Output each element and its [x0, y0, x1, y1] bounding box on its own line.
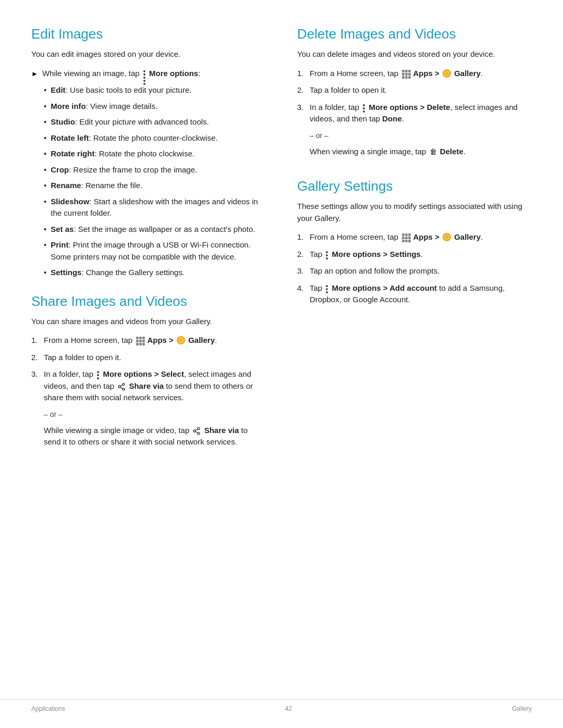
share-images-intro: You can share images and videos from you… — [31, 316, 266, 328]
share-alt-text: While viewing a single image or video, t… — [44, 425, 266, 448]
step-content: In a folder, tap More options > Delete, … — [310, 102, 532, 125]
more-options-icon — [362, 103, 365, 112]
list-item: Crop: Resize the frame to crop the image… — [44, 164, 266, 176]
step-number: 2. — [297, 249, 310, 261]
footer-right: Gallery — [512, 705, 532, 712]
step-content: From a Home screen, tap Apps > — [44, 335, 266, 347]
gallery-settings-section: Gallery Settings These settings allow yo… — [297, 178, 532, 306]
gallery-settings-title: Gallery Settings — [297, 178, 532, 194]
apps-icon — [401, 232, 410, 242]
svg-point-15 — [445, 72, 448, 75]
edit-bullet-list: Edit: Use basic tools to edit your pictu… — [44, 84, 266, 279]
gallery-step-1: 1. From a Home screen, tap Apps > — [297, 231, 532, 243]
or-divider: – or – — [44, 410, 266, 418]
left-column: Edit Images You can edit images stored o… — [31, 26, 266, 448]
list-item: Rename: Rename the file. — [44, 180, 266, 192]
edit-images-title: Edit Images — [31, 26, 266, 42]
share-images-section: Share Images and Videos You can share im… — [31, 293, 266, 448]
step-content: Tap an option and follow the prompts. — [310, 265, 532, 277]
step-number: 1. — [297, 231, 310, 243]
more-options-icon — [325, 250, 328, 258]
delete-images-section: Delete Images and Videos You can delete … — [297, 26, 532, 157]
gallery-icon — [442, 69, 451, 78]
step-number: 1. — [31, 335, 44, 347]
step-content: From a Home screen, tap Apps > — [310, 68, 532, 80]
list-item: Studio: Edit your picture with advanced … — [44, 116, 266, 128]
svg-point-9 — [193, 430, 195, 432]
edit-images-intro: You can edit images stored on your devic… — [31, 48, 266, 60]
step-content: Tap More options > Settings. — [310, 249, 532, 261]
svg-point-10 — [198, 432, 200, 434]
delete-step-1: 1. From a Home screen, tap Apps > — [297, 68, 532, 80]
step-content: Tap a folder to open it. — [310, 84, 532, 96]
more-options-icon — [96, 370, 100, 378]
svg-line-6 — [120, 387, 123, 389]
list-item: More info: View image details. — [44, 101, 266, 113]
step-content: Tap a folder to open it. — [44, 352, 266, 364]
share-step-2: 2. Tap a folder to open it. — [31, 352, 266, 364]
delete-alt-text: When viewing a single image, tap 🗑 Delet… — [310, 146, 532, 158]
step-number: 1. — [297, 68, 310, 80]
delete-steps-list: 1. From a Home screen, tap Apps > — [297, 68, 532, 125]
arrow-item-text: While viewing an image, tap More options… — [42, 68, 200, 80]
delete-images-intro: You can delete images and videos stored … — [297, 48, 532, 60]
delete-step-2: 2. Tap a folder to open it. — [297, 84, 532, 96]
gallery-icon — [442, 232, 451, 242]
list-item: Rotate left: Rotate the photo counter-cl… — [44, 132, 266, 144]
gallery-step-2: 2. Tap More options > Settings. — [297, 249, 532, 261]
footer-left: Applications — [31, 705, 65, 712]
svg-line-11 — [195, 431, 198, 433]
svg-line-7 — [120, 385, 123, 386]
apps-icon — [135, 336, 144, 345]
svg-point-5 — [123, 388, 125, 390]
trash-icon: 🗑 — [430, 146, 437, 157]
svg-line-12 — [195, 429, 198, 430]
gallery-step-3: 3. Tap an option and follow the prompts. — [297, 265, 532, 277]
svg-point-4 — [118, 386, 120, 388]
gallery-settings-intro: These settings allow you to modify setti… — [297, 201, 532, 224]
delete-images-title: Delete Images and Videos — [297, 26, 532, 42]
delete-step-3: 3. In a folder, tap More options > Delet… — [297, 102, 532, 125]
list-item: Edit: Use basic tools to edit your pictu… — [44, 84, 266, 96]
svg-point-2 — [179, 339, 182, 341]
share-via-icon — [117, 382, 126, 391]
step-number: 4. — [297, 282, 310, 294]
share-steps-list: 1. From a Home screen, tap Apps > — [31, 335, 266, 404]
gallery-settings-steps-list: 1. From a Home screen, tap Apps > — [297, 231, 532, 306]
step-number: 2. — [31, 352, 44, 364]
gallery-icon — [176, 336, 186, 345]
share-step-3: 3. In a folder, tap More options > Selec… — [31, 368, 266, 404]
footer-center: 42 — [285, 705, 292, 712]
apps-icon — [401, 69, 410, 78]
list-item: Slideshow: Start a slideshow with the im… — [44, 196, 266, 219]
step-content: Tap More options > Add account to add a … — [310, 282, 532, 306]
step-number: 3. — [297, 102, 310, 114]
share-via-icon-alt — [192, 427, 201, 435]
arrow-right-icon: ► — [31, 69, 38, 79]
svg-point-8 — [198, 427, 200, 429]
edit-images-section: Edit Images You can edit images stored o… — [31, 26, 266, 279]
svg-point-18 — [445, 236, 448, 238]
list-item: Settings: Change the Gallery settings. — [44, 267, 266, 279]
list-item: Rotate right: Rotate the photo clockwise… — [44, 148, 266, 160]
more-options-label: More options — [149, 69, 198, 78]
step-number: 2. — [297, 84, 310, 96]
share-images-title: Share Images and Videos — [31, 293, 266, 310]
step-content: From a Home screen, tap Apps > — [310, 231, 532, 243]
or-divider-delete: – or – — [310, 131, 532, 140]
more-options-icon — [325, 284, 328, 292]
step-content: In a folder, tap More options > Select, … — [44, 368, 266, 404]
gallery-step-4: 4. Tap More options > Add account to add… — [297, 282, 532, 306]
list-item: Set as: Set the image as wallpaper or as… — [44, 224, 266, 236]
right-column: Delete Images and Videos You can delete … — [297, 26, 532, 448]
more-options-arrow-item: ► While viewing an image, tap More optio… — [31, 68, 266, 80]
step-number: 3. — [31, 368, 44, 380]
step-number: 3. — [297, 265, 310, 277]
list-item: Print: Print the image through a USB or … — [44, 239, 266, 263]
more-options-icon — [143, 69, 146, 78]
footer: Applications 42 Gallery — [0, 699, 563, 712]
share-step-1: 1. From a Home screen, tap Apps > — [31, 335, 266, 347]
svg-point-3 — [123, 383, 125, 385]
